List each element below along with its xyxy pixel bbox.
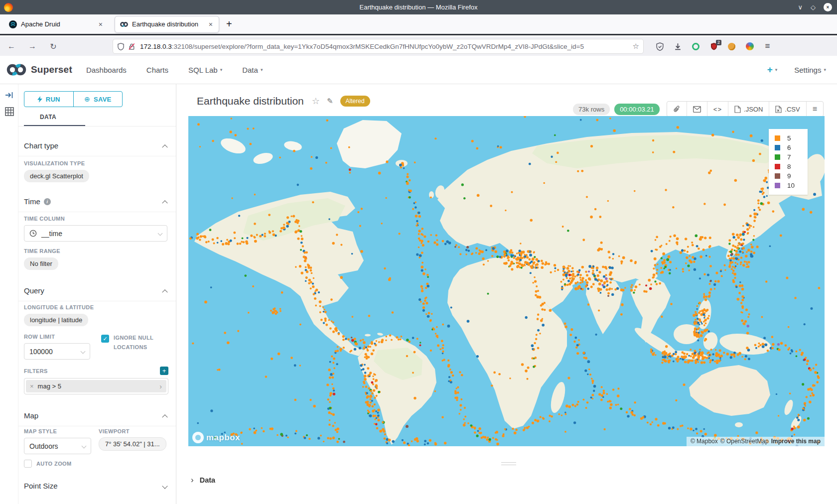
downloads-icon[interactable]: [674, 42, 682, 51]
filters-label: FILTERS: [24, 368, 48, 374]
section-time[interactable]: Timei: [24, 197, 176, 206]
filter-box[interactable]: × mag > 5 ›: [24, 378, 168, 394]
ublock-badge: 2: [716, 40, 721, 45]
export-json-button[interactable]: .JSON: [728, 102, 769, 117]
bookmark-star-icon[interactable]: ☆: [633, 42, 639, 51]
altered-badge[interactable]: Altered: [340, 96, 370, 107]
nav-sql-lab[interactable]: SQL Lab▾: [188, 66, 222, 74]
browser-toolbar: ← → ↻ 172.18.0.3:32108/superset/explore/…: [0, 37, 837, 56]
ignore-null-checkbox[interactable]: ✓: [101, 335, 109, 343]
protections-shield-icon[interactable]: [656, 42, 664, 51]
data-tab[interactable]: DATA: [24, 114, 176, 126]
dataset-grid-icon[interactable]: [5, 107, 14, 116]
email-button[interactable]: [687, 102, 707, 117]
caret-down-icon: ▾: [220, 67, 223, 72]
chevron-right-icon[interactable]: ›: [155, 382, 166, 390]
section-map[interactable]: Map: [24, 411, 176, 420]
browser-menu-icon[interactable]: ≡: [763, 42, 772, 51]
nav-data[interactable]: Data▾: [242, 66, 263, 74]
mapbox-attribution[interactable]: © Mapbox: [691, 438, 718, 445]
mapbox-logo-icon: [192, 432, 204, 443]
insecure-lock-icon[interactable]: [128, 43, 136, 50]
new-tab-button[interactable]: +: [226, 18, 232, 30]
auto-zoom-checkbox[interactable]: [24, 460, 32, 468]
favorite-star-icon[interactable]: ☆: [312, 96, 320, 107]
tab-label: Earthquake distribution: [132, 20, 207, 28]
section-point-size[interactable]: Point Size: [24, 482, 176, 490]
chevron-down-icon: [162, 483, 167, 489]
deckgl-map[interactable]: 5 6 7 8 9 10 mapbox © Mapbox © OpenStree…: [188, 116, 825, 446]
row-count-badge: 73k rows: [573, 104, 610, 115]
map-canvas[interactable]: [188, 116, 825, 446]
back-button[interactable]: ←: [4, 42, 19, 51]
embed-code-button[interactable]: <>: [707, 102, 728, 117]
map-style-select[interactable]: Outdoors: [24, 438, 91, 454]
json-file-icon: [734, 106, 741, 113]
panel-resize-handle[interactable]: [501, 462, 516, 467]
tab-apache-druid[interactable]: Apache Druid ×: [4, 16, 109, 33]
caret-down-icon: ▾: [775, 67, 778, 72]
copy-link-button[interactable]: [667, 102, 687, 117]
window-maximize-icon[interactable]: ◇: [811, 4, 816, 10]
refresh-button[interactable]: ↻: [46, 42, 61, 51]
expand-panel-icon[interactable]: [5, 91, 13, 99]
tab-earthquake-distribution[interactable]: Earthquake distribution ×: [115, 16, 219, 33]
remove-filter-icon[interactable]: ×: [26, 382, 38, 390]
time-range-value[interactable]: No filter: [24, 257, 58, 270]
add-filter-button[interactable]: +: [160, 367, 168, 375]
osm-attribution[interactable]: © OpenStreetMap: [720, 438, 769, 445]
viz-type-value[interactable]: deck.gl Scatterplot: [24, 170, 89, 182]
druid-favicon-icon: [9, 20, 17, 28]
settings-menu[interactable]: Settings▾: [794, 66, 826, 74]
tab-close-icon[interactable]: ×: [207, 19, 215, 29]
nav-dashboards[interactable]: Dashboards: [86, 66, 127, 74]
chevron-down-icon: [82, 444, 87, 449]
caret-down-icon: ▾: [824, 67, 826, 72]
row-limit-select[interactable]: 100000: [24, 343, 90, 360]
chevron-up-icon: [162, 144, 167, 150]
superset-infinity-icon: [6, 63, 27, 77]
pinwheel-extension-icon[interactable]: [745, 42, 754, 51]
chart-title: Earthquake distribution: [197, 95, 304, 107]
data-results-collapse[interactable]: › Data: [191, 475, 215, 485]
new-item-button[interactable]: +▾: [767, 64, 778, 75]
ublock-extension-icon[interactable]: 2: [709, 42, 718, 51]
legend-item: 7: [775, 152, 808, 162]
paperclip-icon: [673, 106, 681, 113]
shield-permissions-icon[interactable]: [117, 43, 125, 50]
chevron-up-icon: [162, 200, 167, 206]
time-column-select[interactable]: __time: [24, 225, 167, 242]
window-close-icon[interactable]: ×: [824, 3, 832, 11]
envelope-icon: [693, 106, 701, 113]
url-field[interactable]: 172.18.0.3:32108/superset/explore/?form_…: [113, 39, 644, 54]
save-button[interactable]: ⊕ SAVE: [73, 92, 123, 107]
lonlat-value[interactable]: longitude | latitude: [24, 314, 88, 326]
mapbox-logo[interactable]: mapbox: [192, 432, 240, 443]
cookie-extension-icon[interactable]: [727, 42, 736, 51]
window-title: Earthquake distribution — Mozilla Firefo…: [0, 3, 837, 11]
section-chart-type[interactable]: Chart type: [24, 141, 176, 150]
chart-menu-button[interactable]: ≡: [806, 102, 823, 117]
superset-logo[interactable]: Superset: [6, 63, 72, 77]
viewport-value[interactable]: 7° 35' 54.02" | 31...: [99, 437, 166, 451]
edit-properties-icon[interactable]: ✎: [327, 97, 333, 106]
collapsed-datasource-rail: [0, 84, 18, 504]
run-button[interactable]: RUN: [24, 92, 73, 107]
section-query[interactable]: Query: [24, 286, 176, 295]
filter-value[interactable]: mag > 5: [38, 382, 61, 390]
legend-swatch: [775, 173, 780, 179]
legend-swatch: [775, 164, 780, 169]
caret-down-icon: ▾: [261, 67, 263, 72]
window-minimize-icon[interactable]: ∨: [798, 4, 803, 10]
legend-item: 6: [775, 143, 808, 152]
export-csv-button[interactable]: .CSV: [769, 102, 806, 117]
grammarly-extension-icon[interactable]: [692, 42, 700, 51]
chart-main-area: Earthquake distribution ☆ ✎ Altered 73k …: [176, 84, 837, 504]
nav-charts[interactable]: Charts: [146, 66, 168, 74]
forward-button[interactable]: →: [25, 42, 40, 51]
tab-close-icon[interactable]: ×: [97, 19, 105, 29]
improve-map-link[interactable]: Improve this map: [771, 438, 821, 445]
lightning-bolt-icon: [37, 96, 42, 103]
legend-swatch: [775, 154, 780, 160]
legend-swatch: [775, 183, 780, 188]
